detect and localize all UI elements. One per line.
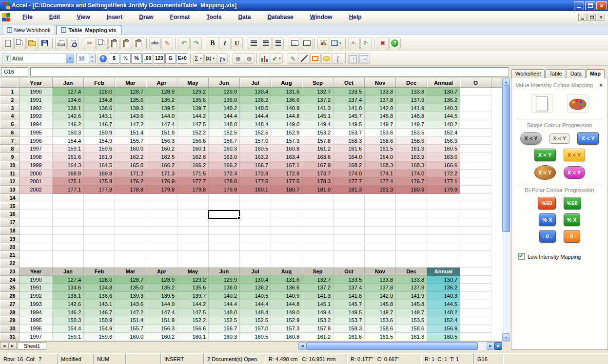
grid-cell[interactable] xyxy=(365,251,396,259)
grid-cell[interactable]: 139.5 xyxy=(146,104,177,113)
grid-cell[interactable]: 171.2 xyxy=(115,170,146,178)
row-header-17[interactable]: 17 xyxy=(0,218,20,227)
grid-cell[interactable] xyxy=(53,259,84,268)
grid-cell[interactable]: 151.4 xyxy=(115,129,146,137)
grid-cell[interactable] xyxy=(115,194,146,202)
grid-cell[interactable] xyxy=(460,325,491,333)
sort-ascending[interactable]: A↓ xyxy=(348,38,360,49)
grid-cell[interactable]: 160.1 xyxy=(177,333,209,341)
grid-cell[interactable] xyxy=(146,210,177,218)
grid-cell[interactable]: 142.0 xyxy=(365,104,396,113)
grid-cell[interactable]: 176.7 xyxy=(396,177,427,186)
row-header-20[interactable]: 20 xyxy=(0,243,20,251)
grid-cell[interactable] xyxy=(396,259,427,268)
grid-cell[interactable]: 1994 xyxy=(20,120,53,129)
grid-cell[interactable] xyxy=(146,202,177,211)
underline[interactable]: U xyxy=(231,38,243,49)
column-header-dec[interactable]: Dec xyxy=(396,78,427,88)
grid-cell[interactable] xyxy=(365,243,396,251)
grid-cell[interactable] xyxy=(271,243,302,251)
column-header-sep[interactable]: Sep xyxy=(302,78,333,88)
grid-cell[interactable] xyxy=(177,227,209,235)
grid-cell[interactable] xyxy=(396,235,427,243)
grid-cell[interactable]: 2001 xyxy=(20,177,53,186)
grid-cell[interactable]: 168.3 xyxy=(396,161,427,170)
grid-cell[interactable] xyxy=(427,243,460,251)
grid-cell[interactable]: 140.9 xyxy=(271,292,302,300)
vscroll-thumb[interactable] xyxy=(502,86,510,232)
grid-cell[interactable]: 159.6 xyxy=(84,333,115,341)
grid-cell[interactable]: 171.5 xyxy=(177,170,209,178)
grid-cell[interactable]: 129.2 xyxy=(177,276,209,284)
grid-cell[interactable] xyxy=(20,259,53,268)
grid-cell[interactable]: 146.2 xyxy=(53,308,84,317)
grid-cell[interactable]: 149.0 xyxy=(271,308,302,317)
grid-cell[interactable]: 166.2 xyxy=(146,161,177,170)
grid-cell[interactable] xyxy=(20,243,53,251)
grid-cell[interactable] xyxy=(177,259,209,268)
grid-cell[interactable]: 128.9 xyxy=(146,276,177,284)
grid-cell[interactable]: 177.1 xyxy=(53,186,84,194)
document-tab-1[interactable]: Table_Mapping.vts xyxy=(56,25,121,35)
grid-cell[interactable] xyxy=(240,210,271,218)
grid-cell[interactable]: May xyxy=(177,268,209,276)
grid-cell[interactable]: 147.4 xyxy=(146,120,177,129)
insert-chart[interactable] xyxy=(317,38,329,49)
grid-cell[interactable]: 181.3 xyxy=(333,186,365,194)
draw-pencil[interactable]: ✎ xyxy=(288,53,298,64)
grid-cell[interactable]: 140.2 xyxy=(209,292,240,300)
grid-cell[interactable] xyxy=(333,235,365,243)
grid-cell[interactable]: 160.5 xyxy=(240,333,271,341)
grid-cell[interactable]: Feb xyxy=(84,268,115,276)
map-magenta[interactable]: X < Y xyxy=(564,166,585,179)
colour-palette[interactable] xyxy=(567,95,588,113)
grid-cell[interactable] xyxy=(240,251,271,259)
grid-cell[interactable] xyxy=(271,259,302,268)
row-header-25[interactable]: 25 xyxy=(0,284,20,292)
grid-cell[interactable]: 144.5 xyxy=(427,300,460,308)
scientific-format[interactable]: E+0 xyxy=(177,53,188,64)
grid-cell[interactable] xyxy=(146,251,177,259)
column-header-year[interactable]: Year xyxy=(20,78,53,88)
grid-cell[interactable] xyxy=(333,194,365,202)
grid-cell[interactable]: 1993 xyxy=(20,112,53,120)
grid-cell[interactable]: 148.2 xyxy=(427,308,460,317)
grid-cell[interactable]: 157.0 xyxy=(240,325,271,333)
grid-cell[interactable]: Jun xyxy=(209,268,240,276)
grid-cell[interactable] xyxy=(396,218,427,227)
grid-cell[interactable] xyxy=(240,218,271,227)
grid-cell[interactable]: 144.0 xyxy=(146,300,177,308)
grid-cell[interactable]: 141.3 xyxy=(302,292,333,300)
vscroll-track[interactable] xyxy=(502,86,510,333)
grid-cell[interactable] xyxy=(460,194,491,202)
grid-cell[interactable]: 1991 xyxy=(20,284,53,292)
grid-cell[interactable]: 157.0 xyxy=(240,137,271,145)
new-document[interactable] xyxy=(2,38,14,49)
grid-cell[interactable]: 140.5 xyxy=(240,292,271,300)
grid-cell[interactable]: 153.6 xyxy=(365,316,396,325)
grid-cell[interactable] xyxy=(177,218,209,227)
grid-cell[interactable]: 145.1 xyxy=(302,112,333,120)
close-document[interactable]: ✖ xyxy=(377,38,389,49)
grid-cell[interactable]: Oct xyxy=(333,268,365,276)
grid-corner[interactable] xyxy=(0,78,20,88)
grid-cell[interactable] xyxy=(333,210,365,218)
grid-cell[interactable]: 145.7 xyxy=(333,112,365,120)
grid-cell[interactable]: 1994 xyxy=(20,308,53,317)
grid-cell[interactable]: 159.1 xyxy=(53,333,84,341)
grid-cell[interactable] xyxy=(209,194,240,202)
row-header-22[interactable]: 22 xyxy=(0,259,20,268)
grid-cell[interactable]: 161.6 xyxy=(333,145,365,153)
grid-cell[interactable]: 138.1 xyxy=(53,104,84,113)
align-left[interactable] xyxy=(248,38,259,49)
column-header-feb[interactable]: Feb xyxy=(84,78,115,88)
mdi-close-button[interactable]: × xyxy=(597,14,605,21)
grid-cell[interactable]: 160.0 xyxy=(115,145,146,153)
grid-cell[interactable] xyxy=(271,251,302,259)
maximize-button[interactable] xyxy=(585,1,595,10)
grid-cell[interactable] xyxy=(53,194,84,202)
grid-cell[interactable]: 1990 xyxy=(20,88,53,96)
grid-cell[interactable]: 156.9 xyxy=(427,137,460,145)
grid-cell[interactable] xyxy=(460,104,491,113)
subtotal[interactable]: (Σ)▼ xyxy=(204,53,216,64)
